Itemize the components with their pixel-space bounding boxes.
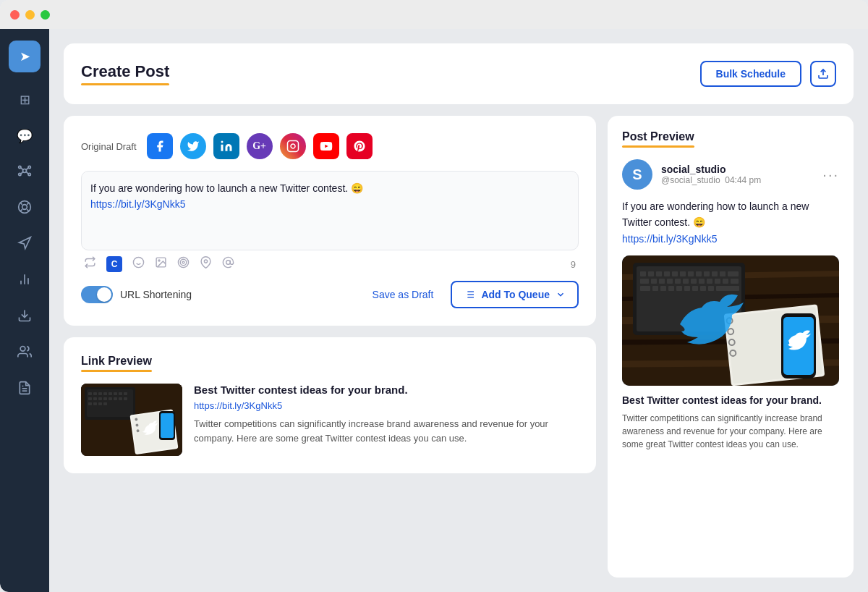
media-icon[interactable] — [155, 256, 167, 272]
preview-post-link[interactable]: https://bit.ly/3KgNkk5 — [622, 233, 718, 245]
main-content: Create Post Bulk Schedule — [49, 29, 868, 592]
preview-more-button[interactable]: ··· — [822, 166, 839, 183]
page-title: Create Post — [81, 62, 169, 85]
reports-icon — [17, 381, 32, 399]
save-draft-button[interactable]: Save as Draft — [367, 289, 440, 300]
maximize-button[interactable] — [41, 10, 50, 20]
platform-pinterest[interactable] — [346, 133, 373, 159]
svg-rect-81 — [640, 271, 646, 276]
svg-point-19 — [20, 346, 25, 351]
link-preview-card: Link Preview — [64, 337, 596, 473]
sidebar-item-send[interactable]: ➤ — [9, 41, 41, 72]
platform-linkedin[interactable] — [213, 133, 239, 159]
caption-icon[interactable]: C — [106, 256, 122, 272]
svg-rect-63 — [93, 402, 97, 405]
close-button[interactable] — [10, 10, 20, 20]
post-text-editor[interactable]: If you are wondering how to launch a new… — [81, 171, 579, 250]
svg-rect-62 — [88, 402, 92, 405]
preview-time: 04:44 pm — [725, 175, 761, 185]
char-count: 9 — [571, 259, 576, 270]
platform-twitter[interactable] — [180, 133, 206, 159]
svg-rect-86 — [680, 271, 686, 276]
svg-rect-85 — [672, 271, 678, 276]
svg-rect-110 — [684, 286, 690, 291]
sidebar-item-reports[interactable] — [9, 373, 41, 405]
svg-rect-101 — [707, 279, 712, 284]
sidebar-item-messages[interactable]: 💬 — [9, 120, 41, 152]
link-article-description: Twitter competitions can significantly i… — [194, 417, 579, 445]
svg-rect-83 — [656, 271, 662, 276]
avatar-letter: S — [632, 166, 642, 183]
sidebar-item-downloads[interactable] — [9, 301, 41, 333]
svg-rect-82 — [648, 271, 654, 276]
svg-point-3 — [19, 173, 21, 175]
svg-rect-102 — [715, 279, 720, 284]
target-icon[interactable] — [177, 256, 190, 272]
svg-rect-93 — [640, 279, 649, 284]
repost-icon[interactable] — [84, 256, 96, 272]
mention-icon[interactable] — [222, 256, 234, 272]
sidebar-item-network[interactable] — [9, 156, 41, 188]
svg-rect-91 — [720, 271, 726, 276]
svg-rect-99 — [691, 279, 697, 284]
platform-facebook[interactable] — [147, 133, 173, 159]
location-icon[interactable] — [200, 256, 212, 272]
svg-rect-52 — [119, 392, 122, 395]
svg-rect-113 — [708, 286, 714, 291]
svg-rect-53 — [124, 392, 127, 395]
add-to-queue-button[interactable]: Add To Queue — [451, 281, 579, 308]
preview-link-card-desc: Twitter competitions can significantly i… — [622, 412, 839, 451]
profile-row: S social_studio @social_studio 04:44 pm — [622, 159, 761, 190]
import-button[interactable] — [810, 61, 836, 87]
svg-point-34 — [182, 261, 184, 263]
header-actions: Bulk Schedule — [700, 61, 836, 87]
svg-rect-84 — [664, 271, 670, 276]
sidebar-item-analytics[interactable] — [9, 265, 41, 297]
preview-post-text: If you are wondering how to launch a new… — [622, 198, 839, 247]
svg-point-1 — [19, 166, 21, 168]
preview-profile-info: social_studio @social_studio 04:44 pm — [661, 164, 761, 185]
svg-line-11 — [20, 203, 22, 205]
svg-rect-89 — [704, 271, 710, 276]
emoji-icon[interactable] — [132, 256, 145, 272]
sidebar-item-dashboard[interactable]: ⊞ — [9, 84, 41, 116]
link-article-url[interactable]: https://bit.ly/3KgNkk5 — [194, 400, 579, 411]
svg-point-4 — [28, 173, 30, 175]
svg-line-8 — [26, 171, 28, 173]
right-column: Post Preview S social_studio @social_stu… — [608, 116, 854, 578]
svg-line-6 — [26, 167, 28, 169]
platform-instagram[interactable] — [280, 133, 306, 159]
svg-rect-46 — [88, 392, 92, 395]
create-post-header-card: Create Post Bulk Schedule — [64, 43, 854, 104]
svg-rect-98 — [683, 279, 689, 284]
bulk-schedule-button[interactable]: Bulk Schedule — [700, 61, 801, 87]
two-column-layout: Original Draft — [64, 116, 854, 578]
platform-row: Original Draft — [81, 133, 579, 159]
team-icon — [17, 344, 32, 363]
sidebar-item-campaigns[interactable] — [9, 229, 41, 261]
post-preview-card: Post Preview S social_studio @social_stu… — [608, 116, 854, 578]
svg-rect-108 — [668, 286, 674, 291]
downloads-icon — [17, 308, 32, 326]
preview-link-card-title: Best Twitter contest ideas for your bran… — [622, 394, 839, 406]
svg-point-23 — [221, 141, 223, 143]
url-shortening-toggle[interactable] — [81, 286, 113, 303]
url-shortening-row: URL Shortening — [81, 286, 355, 303]
svg-point-31 — [158, 260, 160, 261]
url-shortening-label: URL Shortening — [120, 289, 192, 300]
minimize-button[interactable] — [25, 10, 35, 20]
post-preview-heading: Post Preview — [622, 130, 694, 148]
sidebar-item-team[interactable] — [9, 337, 41, 369]
platform-google[interactable]: G+ — [247, 133, 273, 159]
post-link[interactable]: https://bit.ly/3KgNkk5 — [90, 198, 186, 210]
svg-rect-72 — [161, 413, 174, 438]
svg-rect-58 — [109, 397, 112, 400]
sidebar: ➤ ⊞ 💬 — [0, 29, 49, 592]
svg-rect-59 — [114, 397, 117, 400]
left-column: Original Draft — [64, 116, 596, 578]
add-to-queue-label: Add To Queue — [481, 289, 550, 300]
platform-youtube[interactable] — [313, 133, 339, 159]
svg-rect-87 — [688, 271, 694, 276]
sidebar-item-support[interactable] — [9, 193, 41, 224]
svg-line-14 — [27, 209, 29, 211]
